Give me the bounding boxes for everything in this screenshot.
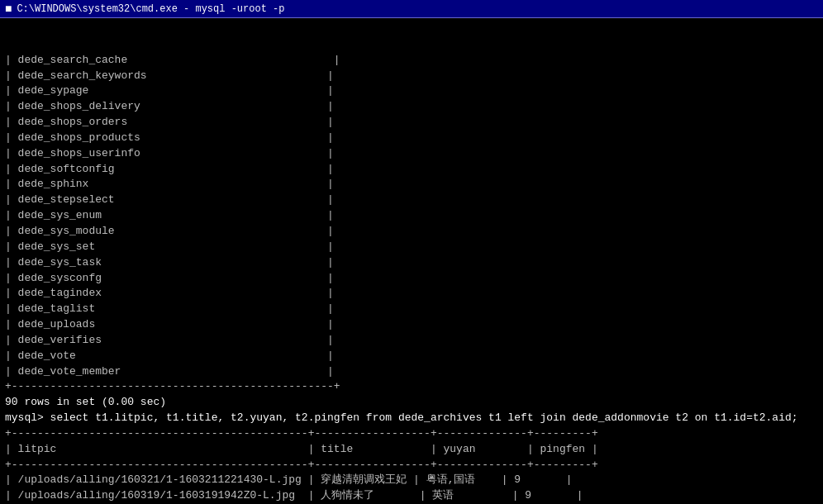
- terminal-line: +---------------------------------------…: [5, 458, 818, 473]
- terminal-line: | dede_sys_task |: [5, 255, 818, 271]
- title-bar: ■ C:\WINDOWS\system32\cmd.exe - mysql -u…: [0, 0, 823, 18]
- terminal-line: +---------------------------------------…: [5, 379, 818, 395]
- terminal-line: | dede_vote_member |: [5, 364, 818, 380]
- terminal-line: mysql> select t1.litpic, t1.title, t2.yu…: [5, 411, 818, 426]
- terminal-line: | dede_sypage |: [5, 83, 818, 99]
- terminal-line: | dede_vote |: [5, 349, 818, 364]
- terminal-line: 90 rows in set (0.00 sec): [5, 395, 818, 411]
- terminal-line: +---------------------------------------…: [5, 426, 818, 442]
- terminal-line: | dede_search_cache |: [5, 53, 818, 69]
- terminal-line: | dede_tagindex |: [5, 286, 818, 302]
- terminal-line: | dede_search_keywords |: [5, 69, 818, 84]
- terminal[interactable]: | dede_search_cache || dede_search_keywo…: [0, 18, 823, 504]
- terminal-line: | litpic | title | yuyan | pingfen |: [5, 442, 818, 458]
- terminal-line: | dede_shops_orders |: [5, 115, 818, 131]
- title-bar-text: C:\WINDOWS\system32\cmd.exe - mysql -uro…: [17, 3, 284, 15]
- terminal-line: | /uploads/alling/160319/1-1603191942Z0-…: [5, 488, 818, 504]
- terminal-line: | dede_sys_set |: [5, 240, 818, 255]
- terminal-line: | dede_uploads |: [5, 317, 818, 333]
- terminal-line: | /uploads/alling/160321/1-1603211221430…: [5, 473, 818, 488]
- terminal-line: | dede_softconfig |: [5, 162, 818, 178]
- terminal-line: | dede_taglist |: [5, 302, 818, 317]
- terminal-line: | dede_verifies |: [5, 333, 818, 349]
- terminal-line: | dede_sphinx |: [5, 177, 818, 193]
- terminal-line: | dede_sys_module |: [5, 224, 818, 240]
- terminal-line: | dede_stepselect |: [5, 193, 818, 208]
- terminal-line: | dede_shops_products |: [5, 131, 818, 146]
- terminal-line: | dede_sysconfg |: [5, 271, 818, 287]
- terminal-content: | dede_search_cache || dede_search_keywo…: [5, 53, 818, 504]
- terminal-line: | dede_shops_delivery |: [5, 99, 818, 115]
- title-bar-icon: ■: [5, 2, 12, 16]
- terminal-line: | dede_sys_enum |: [5, 208, 818, 224]
- terminal-line: | dede_shops_userinfo |: [5, 146, 818, 162]
